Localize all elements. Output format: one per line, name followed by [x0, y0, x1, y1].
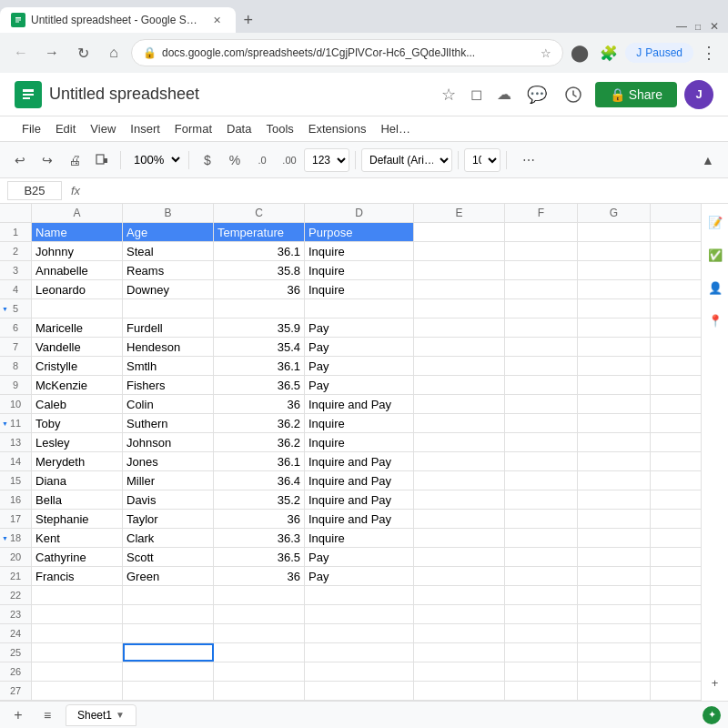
table-cell[interactable] [305, 299, 414, 318]
table-cell[interactable]: Inquire and Pay [305, 452, 414, 470]
table-cell[interactable] [578, 395, 651, 413]
add-sheet-button[interactable]: + [7, 704, 29, 726]
table-cell[interactable] [32, 586, 123, 604]
table-cell[interactable]: 36.4 [214, 471, 305, 490]
row-number[interactable]: 22 [0, 586, 32, 604]
table-cell[interactable] [214, 662, 305, 681]
tab-close-button[interactable]: ✕ [210, 13, 225, 27]
table-cell[interactable] [123, 605, 214, 623]
decimal-increase-button[interactable]: .00 [277, 147, 302, 173]
row-number[interactable]: 27 [0, 682, 32, 700]
table-cell[interactable] [414, 490, 505, 509]
row-number[interactable]: 15 [0, 471, 32, 490]
font-size-selector[interactable]: 10 [464, 148, 500, 172]
sidebar-contacts-icon[interactable]: 👤 [704, 277, 726, 298]
table-cell[interactable] [505, 395, 578, 413]
table-cell[interactable]: Scott [123, 548, 214, 566]
table-cell[interactable]: Pay [305, 376, 414, 394]
table-cell[interactable] [414, 261, 505, 279]
table-cell[interactable]: Inquire and Pay [305, 490, 414, 509]
extensions-icon[interactable]: 🧩 [596, 41, 622, 66]
table-cell[interactable] [505, 567, 578, 585]
table-cell[interactable]: 35.8 [214, 261, 305, 279]
table-cell[interactable]: Colin [123, 395, 214, 413]
col-header-g[interactable]: G [578, 204, 651, 222]
table-cell[interactable]: Jones [123, 452, 214, 470]
table-cell[interactable]: Inquire [305, 433, 414, 451]
sheets-menu-button[interactable]: ≡ [36, 704, 58, 726]
close-window-button[interactable]: ✕ [708, 20, 721, 33]
table-cell[interactable] [305, 586, 414, 604]
collapse-toolbar-button[interactable]: ▲ [695, 147, 721, 173]
table-cell[interactable] [505, 510, 578, 528]
table-cell[interactable]: Miller [123, 471, 214, 490]
table-cell[interactable] [578, 548, 651, 566]
sidebar-add-icon[interactable]: + [704, 672, 726, 693]
table-cell[interactable] [414, 223, 505, 241]
table-cell[interactable] [214, 586, 305, 604]
menu-extensions[interactable]: Extensions [301, 120, 374, 137]
row-number[interactable]: 10 [0, 395, 32, 413]
percent-button[interactable]: % [222, 147, 248, 173]
table-cell[interactable]: Vandelle [32, 338, 123, 356]
back-button[interactable]: ← [7, 39, 35, 66]
move-icon[interactable]: ◻ [467, 82, 486, 106]
table-cell[interactable]: Johnson [123, 433, 214, 451]
decimal-decrease-button[interactable]: .0 [249, 147, 275, 173]
row-number[interactable]: ▼5 [0, 299, 32, 318]
row-number[interactable]: 9 [0, 376, 32, 394]
table-cell[interactable]: 35.9 [214, 318, 305, 337]
menu-format[interactable]: Format [167, 120, 219, 137]
table-cell[interactable]: 36 [214, 567, 305, 585]
table-cell[interactable] [505, 548, 578, 566]
row-number[interactable]: 7 [0, 338, 32, 356]
table-cell[interactable] [32, 643, 123, 662]
table-cell[interactable] [505, 242, 578, 260]
formula-input[interactable] [89, 182, 721, 199]
menu-tools[interactable]: Tools [258, 120, 300, 137]
cloud-icon[interactable]: ☁ [493, 82, 515, 106]
table-cell[interactable]: Inquire [305, 261, 414, 279]
table-cell[interactable] [505, 605, 578, 623]
col-header-b[interactable]: B [123, 204, 214, 222]
table-cell[interactable] [123, 624, 214, 642]
table-cell[interactable] [414, 357, 505, 375]
table-cell[interactable]: Name [32, 223, 123, 241]
explore-button[interactable]: ✦ [703, 706, 721, 724]
comment-button[interactable]: 💬 [522, 80, 551, 109]
table-cell[interactable] [505, 261, 578, 279]
table-cell[interactable] [578, 682, 651, 700]
table-cell[interactable]: Pay [305, 338, 414, 356]
table-cell[interactable] [32, 662, 123, 681]
table-cell[interactable]: Inquire [305, 529, 414, 547]
active-tab[interactable]: Untitled spreadsheet - Google S… ✕ [0, 7, 236, 33]
table-cell[interactable] [414, 605, 505, 623]
table-cell[interactable]: Cathyrine [32, 548, 123, 566]
table-cell[interactable]: Leonardo [32, 280, 123, 298]
row-number[interactable]: 1 [0, 223, 32, 241]
table-cell[interactable] [505, 223, 578, 241]
row-number[interactable]: 8 [0, 357, 32, 375]
table-cell[interactable] [505, 433, 578, 451]
table-cell[interactable] [414, 452, 505, 470]
table-cell[interactable] [505, 586, 578, 604]
table-cell[interactable] [578, 490, 651, 509]
redo-button[interactable]: ↪ [35, 147, 60, 173]
table-cell[interactable] [578, 510, 651, 528]
refresh-button[interactable]: ↻ [69, 39, 96, 66]
table-cell[interactable] [578, 433, 651, 451]
table-cell[interactable]: Taylor [123, 510, 214, 528]
cast-icon[interactable]: ⬤ [567, 39, 592, 66]
table-cell[interactable] [578, 452, 651, 470]
table-cell[interactable] [578, 376, 651, 394]
print-button[interactable]: 🖨 [62, 147, 87, 173]
table-cell[interactable] [414, 510, 505, 528]
table-cell[interactable]: Francis [32, 567, 123, 585]
table-cell[interactable] [578, 261, 651, 279]
table-cell[interactable] [505, 452, 578, 470]
row-number[interactable]: 3 [0, 261, 32, 279]
table-cell[interactable]: Inquire and Pay [305, 471, 414, 490]
menu-edit[interactable]: Edit [48, 120, 83, 137]
table-cell[interactable]: Johnny [32, 242, 123, 260]
row-number[interactable]: 24 [0, 624, 32, 642]
